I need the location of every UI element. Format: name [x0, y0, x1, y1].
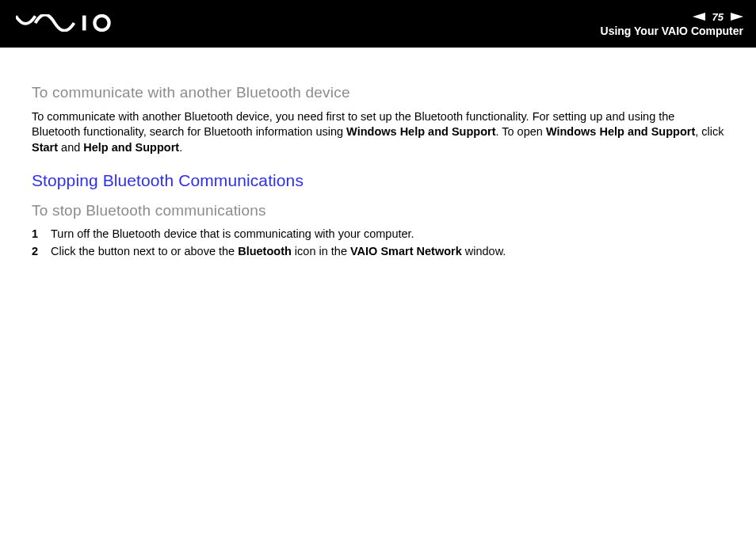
text: Click the button next to or above the — [51, 245, 238, 257]
text: . To open — [495, 125, 545, 138]
step-row: 2 Click the button next to or above the … — [32, 244, 724, 260]
step-number: 2 — [32, 244, 51, 260]
svg-rect-0 — [82, 15, 86, 30]
text: icon in the — [292, 245, 350, 257]
bold-vaio-smart-network: VAIO Smart Network — [350, 245, 462, 257]
step-number: 1 — [32, 227, 51, 242]
bold-start: Start — [32, 141, 58, 154]
svg-point-1 — [94, 15, 109, 29]
svg-marker-3 — [731, 13, 743, 21]
text: and — [58, 141, 83, 154]
prev-page-arrow-icon[interactable] — [693, 12, 705, 21]
subheading-stop: To stop Bluetooth communications — [32, 200, 724, 221]
page-header: 75 Using Your VAIO Computer — [0, 0, 756, 48]
subheading-communicate: To communicate with another Bluetooth de… — [32, 82, 724, 103]
vaio-logo — [16, 14, 127, 34]
page-content: To communicate with another Bluetooth de… — [0, 48, 756, 259]
step-text: Click the button next to or above the Bl… — [51, 244, 506, 260]
bold-windows-help-support: Windows Help and Support — [546, 125, 695, 138]
paragraph-communicate: To communicate with another Bluetooth de… — [32, 109, 724, 156]
bold-windows-help-support: Windows Help and Support — [346, 125, 495, 138]
step-text: Turn off the Bluetooth device that is co… — [51, 227, 414, 242]
bold-bluetooth: Bluetooth — [238, 245, 292, 257]
bold-help-and-support: Help and Support — [83, 141, 179, 154]
text: window. — [462, 245, 506, 257]
section-heading-stopping: Stopping Bluetooth Communications — [32, 170, 724, 192]
page-navigator: 75 — [693, 11, 743, 23]
page-number: 75 — [710, 11, 726, 23]
next-page-arrow-icon[interactable] — [731, 12, 743, 21]
text: . — [179, 141, 182, 154]
svg-marker-2 — [693, 13, 705, 21]
section-label: Using Your VAIO Computer — [601, 25, 743, 37]
step-row: 1 Turn off the Bluetooth device that is … — [32, 227, 724, 242]
text: , click — [695, 125, 724, 138]
header-right: 75 Using Your VAIO Computer — [601, 11, 743, 37]
